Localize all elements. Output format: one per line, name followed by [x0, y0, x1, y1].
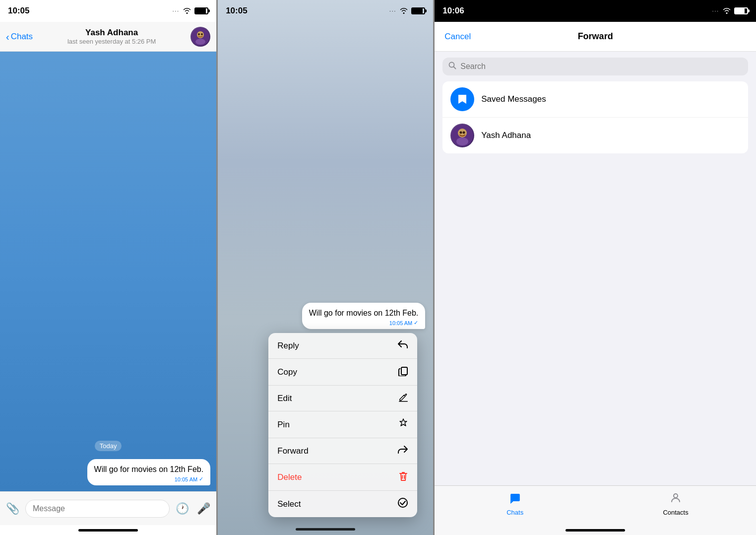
status-bar-1: 10:05 ···: [0, 0, 216, 22]
home-bar-3: [566, 529, 625, 532]
delete-icon: [398, 470, 408, 484]
tab-chats[interactable]: Chats: [435, 490, 595, 518]
message-bubble[interactable]: Will go for movies on 12th Feb. 10:05 AM…: [87, 459, 211, 485]
back-label: Chats: [11, 32, 33, 42]
menu-item-delete[interactable]: Delete: [268, 464, 417, 491]
chevron-left-icon: ‹: [6, 32, 9, 42]
menu-item-copy[interactable]: Copy: [268, 359, 417, 386]
context-menu: Reply Copy: [268, 333, 417, 517]
menu-label-forward: Forward: [277, 446, 308, 456]
battery-icon: [194, 7, 208, 14]
chat-panel: 10:05 ··· ‹ Chats Yash Adhana last seen …: [0, 0, 216, 535]
copy-icon: [398, 365, 408, 379]
emoji-icon[interactable]: 🕐: [174, 500, 191, 517]
contacts-tab-icon: [670, 492, 682, 507]
contacts-list: Saved Messages Yash Adhana: [442, 81, 748, 153]
contacts-tab-label: Contacts: [663, 509, 688, 516]
menu-item-select[interactable]: Select: [268, 491, 417, 517]
tab-contacts[interactable]: Contacts: [595, 490, 756, 518]
menu-item-pin[interactable]: Pin: [268, 411, 417, 438]
svg-point-2: [195, 39, 205, 45]
status-bar-3: 10:06 ···: [435, 0, 756, 22]
wifi-icon-2: [399, 7, 408, 15]
contact-name: Yash Adhana: [85, 28, 138, 38]
message-text: Will go for movies on 12th Feb.: [94, 464, 204, 475]
svg-point-4: [201, 33, 203, 35]
input-bar: 📎 🕐 🎤: [0, 491, 216, 525]
svg-point-14: [456, 137, 468, 145]
search-input[interactable]: [460, 62, 742, 71]
tab-bar: Chats Contacts: [435, 485, 756, 525]
menu-label-pin: Pin: [277, 420, 290, 430]
menu-label-delete: Delete: [277, 472, 302, 482]
forward-navbar: Cancel Forward: [435, 22, 756, 52]
back-button[interactable]: ‹ Chats: [6, 32, 33, 42]
cancel-button[interactable]: Cancel: [444, 32, 471, 42]
menu-label-select: Select: [277, 499, 301, 509]
context-menu-panel: 10:05 ··· Will go for movies on 12th Feb…: [218, 0, 433, 535]
svg-rect-5: [401, 367, 407, 375]
p2-message-meta: 10:05 AM ✓: [309, 320, 419, 326]
home-indicator-2: [296, 523, 355, 535]
search-input-wrap: [442, 58, 748, 75]
svg-point-9: [398, 498, 407, 507]
status-icons-2: ···: [389, 7, 425, 15]
chats-tab-icon: [509, 492, 521, 507]
chat-navbar: ‹ Chats Yash Adhana last seen yesterday …: [0, 22, 216, 52]
signal-icon: ···: [173, 8, 180, 14]
time-2: 10:05: [226, 6, 247, 16]
reply-icon: [397, 339, 408, 352]
chat-area: Today Will go for movies on 12th Feb. 10…: [0, 52, 216, 491]
menu-item-edit[interactable]: Edit: [268, 386, 417, 411]
attachment-icon[interactable]: 📎: [4, 500, 21, 517]
contact-status: last seen yesterday at 5:26 PM: [67, 38, 156, 45]
status-bar-2: 10:05 ···: [218, 0, 433, 22]
avatar[interactable]: [190, 27, 210, 47]
status-icons-1: ···: [173, 7, 208, 15]
saved-messages-name: Saved Messages: [481, 94, 546, 104]
yash-avatar: [450, 124, 474, 147]
svg-line-11: [454, 67, 456, 69]
list-item-yash[interactable]: Yash Adhana: [442, 118, 748, 153]
home-bar-2: [296, 528, 355, 531]
p2-chat-area: Will go for movies on 12th Feb. 10:05 AM…: [218, 22, 433, 523]
svg-point-15: [460, 132, 462, 134]
svg-point-17: [674, 494, 678, 498]
wifi-icon-3: [722, 7, 731, 15]
message-time: 10:05 AM: [175, 476, 197, 482]
p2-message-bubble: Will go for movies on 12th Feb. 10:05 AM…: [302, 303, 426, 329]
forward-panel: 10:06 ··· Cancel Forward: [435, 0, 756, 535]
menu-item-reply[interactable]: Reply: [268, 333, 417, 359]
search-icon: [448, 62, 456, 71]
signal-icon-3: ···: [712, 8, 719, 14]
list-item-saved[interactable]: Saved Messages: [442, 81, 748, 118]
svg-point-16: [463, 132, 465, 134]
spacer: [435, 153, 756, 485]
message-meta: 10:05 AM ✓: [94, 476, 204, 482]
mic-icon[interactable]: 🎤: [195, 500, 212, 517]
forward-title: Forward: [578, 31, 613, 42]
message-input[interactable]: [25, 500, 170, 518]
home-indicator-3: [435, 525, 756, 535]
wifi-icon: [183, 7, 191, 15]
menu-label-copy: Copy: [277, 367, 297, 377]
pin-icon: [398, 418, 408, 431]
p2-message-text: Will go for movies on 12th Feb.: [309, 308, 419, 319]
menu-label-edit: Edit: [277, 394, 292, 403]
forward-icon: [397, 445, 408, 457]
date-badge: Today: [95, 441, 122, 451]
select-icon: [397, 497, 408, 511]
yash-name: Yash Adhana: [481, 131, 531, 140]
p2-check-icon: ✓: [414, 320, 418, 326]
battery-icon-3: [734, 7, 748, 14]
time-1: 10:05: [8, 6, 29, 16]
time-3: 10:06: [442, 6, 464, 16]
check-icon: ✓: [199, 476, 203, 482]
home-indicator: [0, 525, 216, 535]
svg-rect-6: [399, 401, 408, 402]
saved-messages-avatar: [450, 87, 474, 111]
status-icons-3: ···: [712, 7, 748, 15]
menu-item-forward[interactable]: Forward: [268, 438, 417, 464]
edit-icon: [398, 392, 408, 404]
svg-point-3: [198, 33, 200, 35]
